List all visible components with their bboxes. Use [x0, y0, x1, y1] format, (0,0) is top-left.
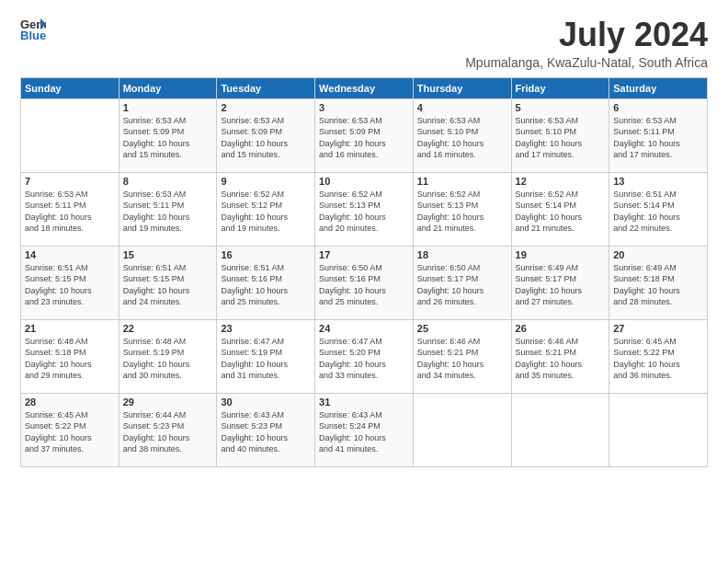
cell-text: Sunrise: 6:53 AM	[319, 115, 409, 127]
svg-text:Blue: Blue	[20, 29, 46, 42]
calendar-cell: 1Sunrise: 6:53 AMSunset: 5:09 PMDaylight…	[119, 98, 217, 172]
day-number: 30	[221, 396, 311, 408]
calendar-cell	[413, 393, 511, 466]
day-number: 21	[25, 323, 115, 334]
cell-text: Sunset: 5:23 PM	[221, 420, 311, 432]
cell-text: and 20 minutes.	[319, 223, 409, 235]
cell-text: Sunrise: 6:45 AM	[613, 336, 703, 348]
cell-text: Sunset: 5:21 PM	[417, 347, 507, 359]
cell-text: Sunrise: 6:50 AM	[417, 262, 507, 274]
cell-text: Daylight: 10 hours	[123, 359, 213, 371]
cell-text: Sunset: 5:10 PM	[516, 126, 606, 138]
calendar-cell: 21Sunrise: 6:48 AMSunset: 5:18 PMDayligh…	[21, 319, 119, 393]
cell-text: and 22 minutes.	[613, 223, 703, 235]
day-number: 12	[516, 176, 606, 187]
cell-text: Daylight: 10 hours	[319, 359, 409, 371]
cell-text: Sunset: 5:14 PM	[613, 200, 703, 212]
cell-text: and 41 minutes.	[319, 443, 409, 455]
cell-text: Sunrise: 6:49 AM	[613, 262, 703, 274]
cell-text: Sunrise: 6:45 AM	[25, 409, 115, 421]
col-tuesday: Tuesday	[217, 77, 315, 98]
cell-text: and 19 minutes.	[123, 223, 213, 235]
calendar-week-2: 7Sunrise: 6:53 AMSunset: 5:11 PMDaylight…	[21, 172, 708, 246]
cell-text: Daylight: 10 hours	[417, 359, 507, 371]
day-number: 14	[25, 249, 115, 260]
cell-text: Daylight: 10 hours	[221, 285, 311, 297]
cell-text: Sunrise: 6:44 AM	[123, 409, 213, 421]
calendar-cell	[21, 98, 119, 172]
cell-text: Sunrise: 6:50 AM	[319, 262, 409, 274]
calendar-week-3: 14Sunrise: 6:51 AMSunset: 5:15 PMDayligh…	[21, 246, 708, 319]
day-number: 24	[319, 323, 409, 334]
cell-text: Sunrise: 6:51 AM	[123, 262, 213, 274]
cell-text: and 36 minutes.	[613, 370, 703, 382]
cell-text: and 33 minutes.	[319, 370, 409, 382]
cell-text: Sunrise: 6:52 AM	[516, 189, 606, 201]
cell-text: Daylight: 10 hours	[123, 432, 213, 444]
cell-text: Daylight: 10 hours	[516, 212, 606, 224]
cell-text: Sunset: 5:22 PM	[613, 347, 703, 359]
cell-text: Daylight: 10 hours	[123, 212, 213, 224]
day-number: 6	[613, 102, 703, 113]
cell-text: Sunrise: 6:51 AM	[25, 262, 115, 274]
cell-text: Sunset: 5:16 PM	[221, 273, 311, 285]
cell-text: Sunrise: 6:53 AM	[613, 115, 703, 127]
cell-text: and 17 minutes.	[516, 149, 606, 161]
cell-text: and 16 minutes.	[319, 149, 409, 161]
day-number: 1	[123, 102, 213, 113]
cell-text: Daylight: 10 hours	[319, 212, 409, 224]
cell-text: Daylight: 10 hours	[25, 359, 115, 371]
cell-text: and 21 minutes.	[516, 223, 606, 235]
calendar-cell: 2Sunrise: 6:53 AMSunset: 5:09 PMDaylight…	[217, 98, 315, 172]
calendar-cell: 27Sunrise: 6:45 AMSunset: 5:22 PMDayligh…	[609, 319, 708, 393]
col-sunday: Sunday	[21, 77, 119, 98]
cell-text: and 40 minutes.	[221, 443, 311, 455]
day-number: 29	[123, 396, 213, 408]
calendar-week-5: 28Sunrise: 6:45 AMSunset: 5:22 PMDayligh…	[21, 393, 708, 466]
cell-text: and 19 minutes.	[221, 223, 311, 235]
calendar-cell	[511, 393, 609, 466]
cell-text: Daylight: 10 hours	[319, 138, 409, 150]
cell-text: Sunset: 5:24 PM	[319, 420, 409, 432]
cell-text: and 21 minutes.	[417, 223, 507, 235]
cell-text: Sunset: 5:19 PM	[123, 347, 213, 359]
cell-text: and 25 minutes.	[221, 296, 311, 308]
cell-text: Sunset: 5:18 PM	[25, 347, 115, 359]
col-friday: Friday	[511, 77, 609, 98]
cell-text: Sunset: 5:11 PM	[613, 126, 703, 138]
cell-text: Sunrise: 6:49 AM	[516, 262, 606, 274]
calendar-cell: 23Sunrise: 6:47 AMSunset: 5:19 PMDayligh…	[217, 319, 315, 393]
calendar-cell: 5Sunrise: 6:53 AMSunset: 5:10 PMDaylight…	[511, 98, 609, 172]
cell-text: and 16 minutes.	[417, 149, 507, 161]
title-block: July 2024 Mpumalanga, KwaZulu-Natal, Sou…	[465, 17, 708, 70]
cell-text: Daylight: 10 hours	[417, 285, 507, 297]
calendar-cell: 25Sunrise: 6:46 AMSunset: 5:21 PMDayligh…	[413, 319, 511, 393]
calendar-cell: 28Sunrise: 6:45 AMSunset: 5:22 PMDayligh…	[21, 393, 119, 466]
cell-text: Sunrise: 6:48 AM	[25, 336, 115, 348]
cell-text: Daylight: 10 hours	[221, 359, 311, 371]
cell-text: Sunset: 5:14 PM	[516, 200, 606, 212]
cell-text: Sunrise: 6:47 AM	[221, 336, 311, 348]
cell-text: Sunset: 5:18 PM	[613, 273, 703, 285]
cell-text: Sunset: 5:21 PM	[516, 347, 606, 359]
cell-text: and 25 minutes.	[319, 296, 409, 308]
month-title: July 2024	[465, 17, 708, 53]
cell-text: Sunset: 5:17 PM	[417, 273, 507, 285]
day-number: 8	[123, 176, 213, 187]
cell-text: Daylight: 10 hours	[25, 212, 115, 224]
cell-text: Sunrise: 6:43 AM	[221, 409, 311, 421]
cell-text: and 38 minutes.	[123, 443, 213, 455]
cell-text: Sunset: 5:10 PM	[417, 126, 507, 138]
cell-text: and 17 minutes.	[613, 149, 703, 161]
calendar-cell: 6Sunrise: 6:53 AMSunset: 5:11 PMDaylight…	[609, 98, 708, 172]
calendar-week-4: 21Sunrise: 6:48 AMSunset: 5:18 PMDayligh…	[21, 319, 708, 393]
location-title: Mpumalanga, KwaZulu-Natal, South Africa	[465, 55, 708, 70]
day-number: 11	[417, 176, 507, 187]
day-number: 22	[123, 323, 213, 334]
calendar-cell: 12Sunrise: 6:52 AMSunset: 5:14 PMDayligh…	[511, 172, 609, 246]
day-number: 7	[25, 176, 115, 187]
calendar-cell: 4Sunrise: 6:53 AMSunset: 5:10 PMDaylight…	[413, 98, 511, 172]
calendar-cell: 10Sunrise: 6:52 AMSunset: 5:13 PMDayligh…	[315, 172, 414, 246]
header: General Blue July 2024 Mpumalanga, KwaZu…	[20, 17, 708, 70]
cell-text: and 15 minutes.	[221, 149, 311, 161]
